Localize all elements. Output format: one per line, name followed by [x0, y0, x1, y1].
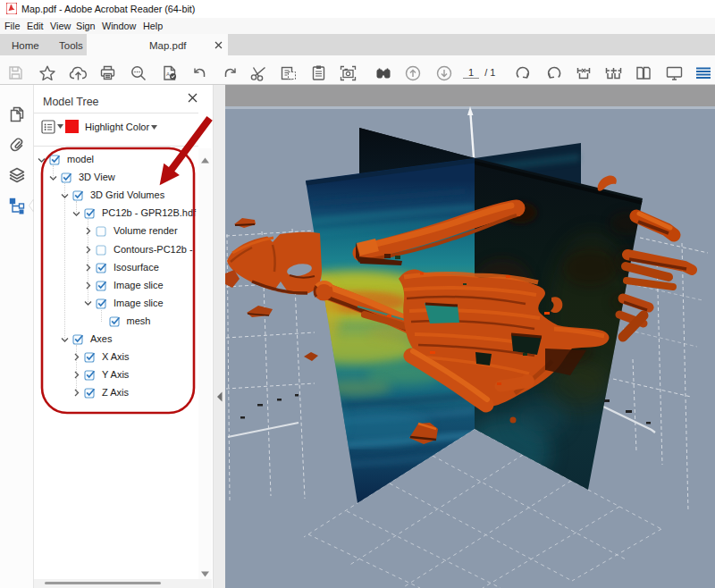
- svg-text:A: A: [166, 71, 170, 77]
